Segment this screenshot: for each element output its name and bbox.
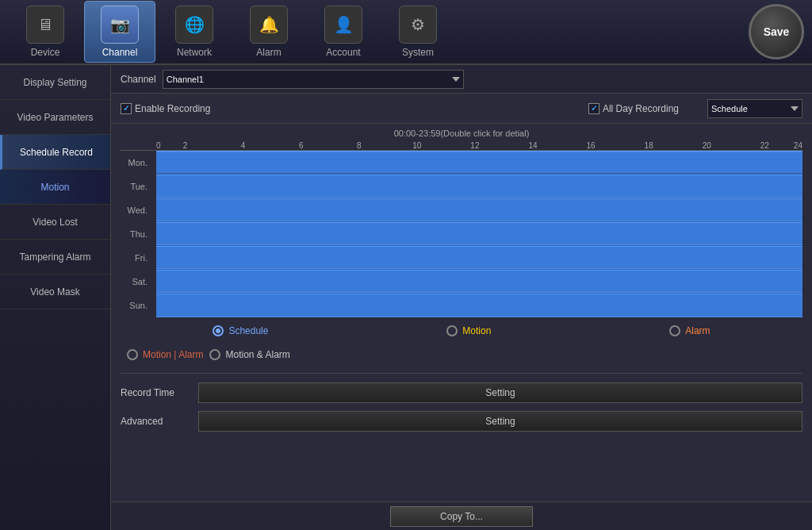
radio-motion[interactable] — [446, 325, 458, 336]
all-day-recording-label: All Day Recording — [603, 103, 679, 114]
time-2: 2 — [156, 141, 214, 150]
time-6: 6 — [272, 141, 330, 150]
nav-account-label: Account — [326, 47, 360, 58]
day-row-tue: Tue. — [121, 175, 802, 198]
nav-account[interactable]: 👤 Account — [308, 1, 379, 63]
day-bar-tue[interactable] — [156, 175, 802, 198]
sidebar-item-display-setting[interactable]: Display Setting — [0, 65, 110, 100]
legend-row: Schedule Motion Alarm Motion | Alarm — [111, 317, 812, 368]
day-row-thu: Thu. — [121, 222, 802, 246]
nav-network-label: Network — [177, 47, 212, 58]
time-18: 18 — [620, 141, 678, 150]
nav-channel[interactable]: 📷 Channel — [84, 1, 155, 63]
top-navigation: 🖥 Device 📷 Channel 🌐 Network 🔔 Alarm 👤 A… — [0, 0, 812, 65]
legend-motion-and-alarm-label: Motion & Alarm — [225, 349, 289, 360]
day-bar-thu[interactable] — [156, 222, 802, 246]
record-time-row: Record Time Setting — [111, 378, 812, 407]
radio-schedule[interactable] — [213, 325, 224, 336]
radio-alarm[interactable] — [669, 325, 680, 336]
time-12: 12 — [446, 141, 504, 150]
channel-select[interactable]: Channel1 — [163, 70, 464, 89]
legend-motion-alarm[interactable]: Motion | Alarm — [127, 349, 203, 360]
day-rows: Mon. Tue. Wed. — [121, 151, 802, 317]
time-24: 24 — [794, 141, 802, 150]
time-16: 16 — [562, 141, 620, 150]
recording-options-row: Enable Recording All Day Recording Sched… — [111, 94, 812, 124]
day-label-tue: Tue. — [121, 175, 152, 198]
day-bar-mon[interactable] — [156, 151, 802, 175]
content-area: Channel Channel1 Enable Recording All Da… — [111, 65, 812, 530]
nav-device[interactable]: 🖥 Device — [10, 1, 81, 63]
day-label-sat: Sat. — [121, 270, 152, 294]
day-row-fri: Fri. — [121, 246, 802, 270]
day-row-mon: Mon. — [121, 151, 802, 175]
channel-icon: 📷 — [101, 6, 139, 44]
sidebar-item-schedule-record[interactable]: Schedule Record — [0, 135, 110, 170]
legend-schedule-label: Schedule — [228, 325, 268, 336]
day-bar-fri[interactable] — [156, 246, 802, 270]
nav-alarm[interactable]: 🔔 Alarm — [233, 1, 304, 63]
legend-motion-label: Motion — [462, 325, 491, 336]
all-day-recording-checkbox-wrap[interactable]: All Day Recording — [588, 103, 679, 114]
save-button-wrap: Save — [749, 4, 804, 60]
copy-to-button[interactable]: Copy To... — [390, 506, 533, 527]
day-label-fri: Fri. — [121, 246, 152, 270]
time-14: 14 — [504, 141, 561, 150]
sidebar-item-video-lost[interactable]: Video Lost — [0, 205, 110, 240]
all-day-recording-checkbox[interactable] — [588, 103, 599, 114]
schedule-grid-section: 0 2 4 6 8 10 12 14 16 18 20 22 24 — [111, 141, 812, 317]
nav-network[interactable]: 🌐 Network — [159, 1, 230, 63]
time-10: 10 — [388, 141, 446, 150]
radio-motion-and-alarm[interactable] — [209, 349, 220, 360]
record-time-label: Record Time — [121, 387, 192, 398]
legend-alarm[interactable]: Alarm — [669, 325, 710, 336]
advanced-row: Advanced Setting — [111, 407, 812, 436]
nav-device-label: Device — [31, 47, 60, 58]
time-4: 4 — [214, 141, 272, 150]
day-bar-sun[interactable] — [156, 294, 802, 317]
nav-alarm-label: Alarm — [256, 47, 281, 58]
sidebar-item-tampering-alarm[interactable]: Tampering Alarm — [0, 240, 110, 275]
legend-schedule[interactable]: Schedule — [213, 325, 268, 336]
enable-recording-checkbox-wrap[interactable]: Enable Recording — [121, 103, 210, 114]
nav-channel-label: Channel — [102, 47, 138, 58]
rec-type-select[interactable]: Schedule Motion Alarm — [707, 99, 802, 118]
sidebar-item-video-mask[interactable]: Video Mask — [0, 275, 110, 309]
record-time-setting-btn[interactable]: Setting — [198, 382, 802, 403]
day-row-sun: Sun. — [121, 294, 802, 317]
advanced-setting-btn[interactable]: Setting — [198, 411, 802, 432]
time-8: 8 — [330, 141, 388, 150]
sidebar-item-motion[interactable]: Motion — [0, 170, 110, 205]
nav-system[interactable]: ⚙ System — [382, 1, 454, 63]
device-icon: 🖥 — [26, 6, 64, 44]
day-label-sun: Sun. — [121, 294, 152, 317]
save-button[interactable]: Save — [749, 4, 804, 60]
radio-motion-alarm[interactable] — [127, 349, 138, 360]
day-label-mon: Mon. — [121, 151, 152, 175]
enable-recording-label: Enable Recording — [135, 103, 210, 114]
time-20: 20 — [678, 141, 736, 150]
channel-row: Channel Channel1 — [111, 65, 812, 94]
network-icon: 🌐 — [175, 6, 213, 44]
legend-motion-and-alarm[interactable]: Motion & Alarm — [209, 349, 289, 360]
legend-motion-alarm-label: Motion | Alarm — [143, 349, 203, 360]
day-row-wed: Wed. — [121, 198, 802, 222]
advanced-label: Advanced — [121, 416, 192, 427]
enable-recording-checkbox[interactable] — [121, 103, 132, 114]
legend-motion[interactable]: Motion — [446, 325, 491, 336]
legend-alarm-label: Alarm — [685, 325, 710, 336]
time-22: 22 — [736, 141, 794, 150]
sidebar-item-video-parameters[interactable]: Video Parameters — [0, 100, 110, 135]
main-layout: Display Setting Video Parameters Schedul… — [0, 65, 812, 530]
system-icon: ⚙ — [399, 6, 437, 44]
day-bar-sat[interactable] — [156, 270, 802, 294]
alarm-icon: 🔔 — [250, 6, 288, 44]
nav-system-label: System — [402, 47, 434, 58]
day-row-sat: Sat. — [121, 270, 802, 294]
channel-label: Channel — [121, 74, 156, 85]
account-icon: 👤 — [324, 6, 362, 44]
divider — [121, 373, 802, 374]
day-bar-wed[interactable] — [156, 198, 802, 222]
copy-to-row: Copy To... — [111, 501, 812, 530]
schedule-hint: 00:00-23:59(Double click for detial) — [111, 124, 812, 141]
